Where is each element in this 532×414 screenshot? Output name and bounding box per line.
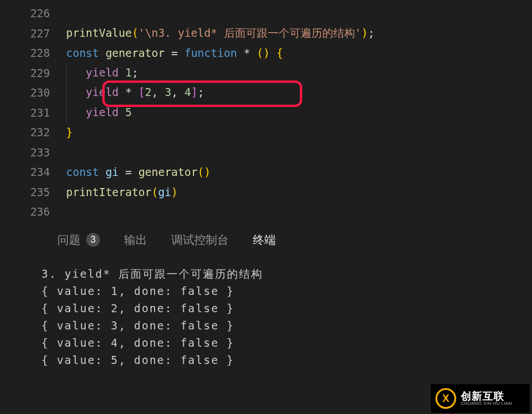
code-line[interactable]: 229 yield 1; (0, 63, 532, 83)
code-line[interactable]: 236 (0, 202, 532, 222)
code-content[interactable]: const generator = function * () { (66, 47, 283, 59)
code-line[interactable]: 227printValue('\n3. yield* 后面可跟一个可遍历的结构'… (0, 24, 532, 44)
logo-text-cn: 创新互联 (461, 391, 512, 401)
code-content[interactable]: printIterator(gi) (66, 186, 178, 198)
code-line[interactable]: 233 (0, 143, 532, 163)
code-content[interactable]: yield * [2, 3, 4]; (66, 83, 204, 102)
line-number: 234 (0, 166, 66, 178)
code-lines: 226227printValue('\n3. yield* 后面可跟一个可遍历的… (0, 3, 532, 222)
line-number: 230 (0, 86, 66, 99)
line-number: 232 (0, 126, 66, 139)
code-line[interactable]: 234const gi = generator() (0, 162, 532, 182)
line-number: 226 (0, 7, 66, 20)
code-editor[interactable]: 226227printValue('\n3. yield* 后面可跟一个可遍历的… (0, 0, 532, 222)
code-content[interactable]: yield 5 (66, 103, 132, 122)
line-number: 229 (0, 67, 66, 79)
logo-text-en: CHUANG XIN HU LIAN (461, 401, 512, 406)
code-line[interactable]: 228const generator = function * () { (0, 43, 532, 63)
code-content[interactable]: printValue('\n3. yield* 后面可跟一个可遍历的结构'); (66, 26, 375, 41)
line-number: 236 (0, 205, 66, 218)
line-number: 235 (0, 186, 66, 198)
code-content[interactable]: } (66, 126, 72, 139)
code-line[interactable]: 231 yield 5 (0, 103, 532, 123)
terminal-output[interactable]: 3. yield* 后面可跟一个可遍历的结构 { value: 1, done:… (0, 256, 532, 369)
tab-output-label: 输出 (124, 232, 147, 248)
watermark-logo: X 创新互联 CHUANG XIN HU LIAN (431, 384, 530, 413)
code-line[interactable]: 232} (0, 122, 532, 143)
code-line[interactable]: 226 (0, 3, 532, 24)
code-line[interactable]: 230 yield * [2, 3, 4]; (0, 83, 532, 103)
tab-debug-label: 调试控制台 (171, 232, 229, 248)
logo-mark-icon: X (435, 388, 456, 409)
panel-tabs: 问题 3 输出 调试控制台 终端 (0, 222, 532, 256)
tab-problems-label: 问题 (57, 232, 80, 248)
tab-terminal-label: 终端 (253, 232, 276, 248)
code-content[interactable]: yield 1; (66, 63, 138, 83)
line-number: 228 (0, 47, 66, 59)
tab-debug-console[interactable]: 调试控制台 (171, 232, 229, 248)
line-number: 227 (0, 27, 66, 40)
tab-output[interactable]: 输出 (124, 232, 147, 248)
line-number: 233 (0, 146, 66, 159)
line-number: 231 (0, 106, 66, 119)
tab-problems[interactable]: 问题 3 (57, 232, 100, 248)
code-content[interactable]: const gi = generator() (66, 166, 211, 178)
tab-terminal[interactable]: 终端 (253, 232, 276, 248)
problems-count-badge: 3 (86, 233, 100, 247)
code-line[interactable]: 235printIterator(gi) (0, 182, 532, 202)
